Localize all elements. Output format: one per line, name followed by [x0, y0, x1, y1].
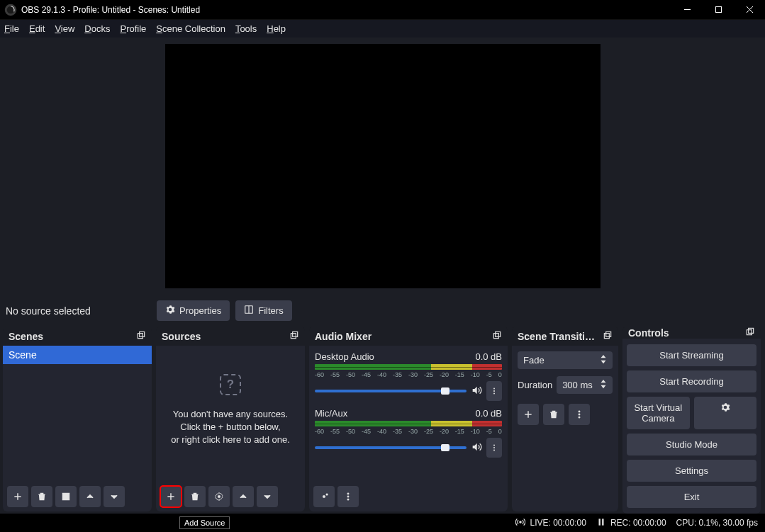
- source-properties-button[interactable]: [208, 486, 230, 507]
- filters-button[interactable]: Filters: [235, 300, 291, 321]
- svg-point-23: [493, 393, 495, 395]
- preview-canvas[interactable]: [165, 44, 601, 288]
- slider-thumb[interactable]: [441, 387, 449, 395]
- speaker-icon[interactable]: [471, 441, 482, 455]
- sources-empty-line3: or right click here to add one.: [164, 434, 296, 446]
- minimize-button[interactable]: [671, 0, 703, 19]
- svg-point-40: [579, 411, 580, 412]
- source-down-button[interactable]: [257, 486, 278, 507]
- pause-icon: [596, 517, 606, 529]
- controls-dock: Controls Start Streaming Start Recording…: [622, 327, 761, 511]
- settings-button[interactable]: Settings: [627, 460, 756, 482]
- menu-help[interactable]: Help: [267, 23, 286, 34]
- sources-empty-state: ? You don't have any sources. Click the …: [156, 346, 305, 446]
- svg-rect-15: [293, 332, 298, 336]
- speaker-icon[interactable]: [471, 385, 482, 398]
- menu-tools[interactable]: Tools: [235, 23, 257, 34]
- close-button[interactable]: [734, 0, 765, 19]
- transition-select[interactable]: Fade: [518, 351, 613, 369]
- channel-menu-button[interactable]: [486, 438, 502, 458]
- cpu-label: CPU: 0.1%, 30.00 fps: [676, 518, 758, 528]
- scene-filter-button[interactable]: [55, 486, 77, 507]
- svg-rect-20: [496, 332, 501, 336]
- audio-ticks: -60-55-50-45-40-35-30-25-20-15-10-50: [315, 371, 502, 378]
- source-toolbar: No source selected Properties Filters: [0, 295, 765, 327]
- svg-rect-47: [602, 519, 603, 525]
- volume-slider[interactable]: [315, 390, 467, 392]
- add-source-button[interactable]: [160, 486, 182, 507]
- svg-point-29: [347, 493, 349, 494]
- audio-meter: [315, 364, 502, 370]
- svg-point-31: [347, 499, 349, 500]
- svg-rect-14: [291, 334, 296, 339]
- svg-point-45: [520, 521, 521, 522]
- menu-file[interactable]: File: [4, 23, 19, 34]
- volume-slider[interactable]: [315, 446, 467, 449]
- audio-mixer-dock: Audio Mixer Desktop Audio0.0 dB -60-55-5…: [309, 327, 508, 511]
- sources-title: Sources: [162, 331, 201, 342]
- svg-rect-44: [749, 328, 754, 333]
- popout-icon[interactable]: [603, 330, 613, 342]
- svg-point-30: [347, 496, 349, 497]
- svg-point-24: [493, 445, 495, 446]
- filters-label: Filters: [258, 305, 283, 316]
- menu-profile[interactable]: Profile: [120, 23, 146, 34]
- audio-channel: Mic/Aux0.0 dB -60-55-50-45-40-35-30-25-2…: [315, 408, 502, 458]
- scene-item[interactable]: Scene: [3, 346, 152, 364]
- svg-point-25: [493, 447, 495, 448]
- svg-point-42: [579, 417, 580, 418]
- sources-empty-line1: You don't have any sources.: [164, 408, 296, 421]
- maximize-button[interactable]: [703, 0, 734, 19]
- studio-mode-button[interactable]: Studio Mode: [627, 434, 756, 455]
- menu-docks[interactable]: Docks: [84, 23, 110, 34]
- virtual-camera-settings-button[interactable]: [694, 397, 757, 429]
- add-transition-button[interactable]: [518, 404, 539, 425]
- svg-point-21: [493, 388, 495, 390]
- svg-marker-36: [601, 380, 606, 383]
- add-source-tooltip: Add Source: [179, 516, 230, 529]
- menu-edit[interactable]: Edit: [29, 23, 45, 34]
- broadcast-icon: [515, 517, 525, 529]
- popout-icon[interactable]: [745, 327, 755, 339]
- exit-button[interactable]: Exit: [627, 486, 756, 508]
- svg-rect-3: [715, 7, 721, 13]
- svg-rect-32: [604, 334, 609, 339]
- duration-value: 300 ms: [562, 380, 593, 390]
- start-recording-button[interactable]: Start Recording: [627, 370, 756, 392]
- app-icon: [4, 4, 17, 16]
- status-live: LIVE: 00:00:00: [515, 517, 586, 529]
- source-up-button[interactable]: [233, 486, 254, 507]
- slider-thumb[interactable]: [441, 444, 449, 451]
- popout-icon[interactable]: [492, 330, 502, 342]
- svg-point-27: [323, 495, 325, 498]
- scene-down-button[interactable]: [104, 486, 125, 507]
- remove-scene-button[interactable]: [31, 486, 52, 507]
- spinner-icon: [600, 354, 607, 366]
- window-title: OBS 29.1.3 - Profile: Untitled - Scenes:…: [21, 5, 200, 15]
- channel-name: Mic/Aux: [315, 408, 347, 419]
- add-scene-button[interactable]: [7, 486, 28, 507]
- menu-view[interactable]: View: [55, 23, 74, 34]
- scene-up-button[interactable]: [79, 486, 101, 507]
- audio-ticks: -60-55-50-45-40-35-30-25-20-15-10-50: [315, 428, 502, 435]
- svg-point-28: [326, 494, 328, 496]
- menubar: File Edit View Docks Profile Scene Colle…: [0, 19, 765, 38]
- duration-input[interactable]: 300 ms: [557, 376, 613, 394]
- remove-source-button[interactable]: [184, 486, 206, 507]
- channel-menu-button[interactable]: [486, 381, 502, 401]
- properties-button[interactable]: Properties: [157, 300, 230, 321]
- menu-scene-collection[interactable]: Scene Collection: [156, 23, 225, 34]
- svg-point-26: [493, 450, 495, 451]
- mixer-advanced-button[interactable]: [313, 486, 335, 507]
- popout-icon[interactable]: [289, 330, 299, 342]
- start-streaming-button[interactable]: Start Streaming: [627, 344, 756, 366]
- remove-transition-button[interactable]: [543, 404, 564, 425]
- properties-label: Properties: [179, 305, 221, 316]
- mixer-menu-button[interactable]: [337, 486, 359, 507]
- svg-marker-37: [601, 385, 606, 388]
- transition-menu-button[interactable]: [569, 404, 590, 425]
- svg-rect-43: [747, 330, 752, 335]
- popout-icon[interactable]: [136, 330, 146, 342]
- svg-rect-9: [140, 332, 145, 336]
- start-virtual-camera-button[interactable]: Start Virtual Camera: [627, 397, 690, 429]
